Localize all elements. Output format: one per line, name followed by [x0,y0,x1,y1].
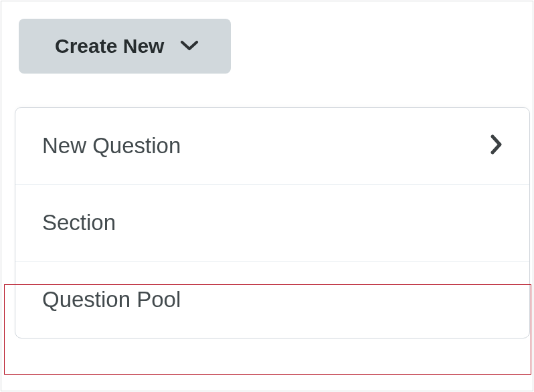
menu-item-label: New Question [42,133,181,159]
app-frame: e: Create New New Question Section Quest… [1,1,533,391]
chevron-right-icon [491,134,503,157]
menu-item-question-pool[interactable]: Question Pool [15,261,529,338]
create-new-menu: New Question Section Question Pool [15,107,530,338]
menu-item-label: Section [42,210,116,235]
bg-text-fragment: e: [0,300,11,345]
menu-item-new-question[interactable]: New Question [15,108,529,184]
create-new-label: Create New [55,35,164,58]
create-new-button[interactable]: Create New [19,19,231,74]
menu-item-section[interactable]: Section [15,184,529,261]
menu-item-label: Question Pool [42,287,181,312]
chevron-down-icon [180,39,199,54]
